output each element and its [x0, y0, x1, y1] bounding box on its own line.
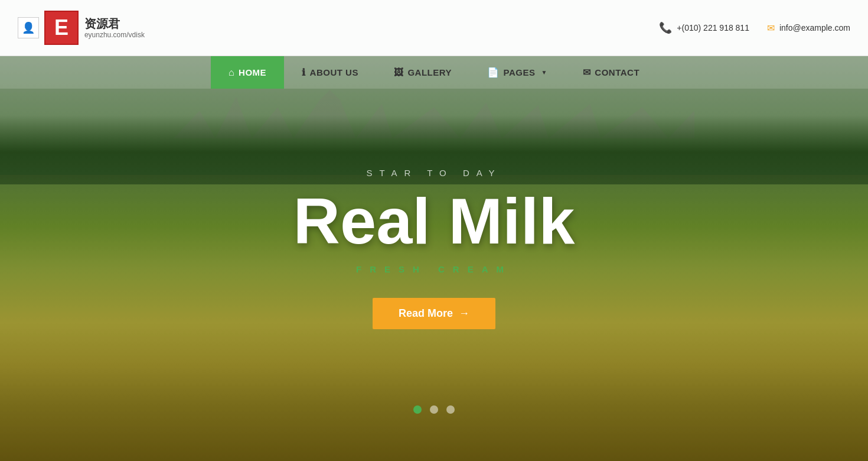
image-icon: 🖼	[394, 67, 404, 78]
nav-pages[interactable]: 📄 PAGES ▼	[469, 56, 565, 89]
hero-section: 👤 E 资源君 eyunzhu.com/vdisk 📞 +(010) 221 9…	[0, 0, 868, 461]
nav-contact-label: CONTACT	[595, 67, 639, 77]
logo-subtitle: eyunzhu.com/vdisk	[84, 31, 145, 39]
hero-star-today: STAR TO DAY	[366, 168, 501, 178]
carousel-dots	[413, 405, 455, 414]
user-icon: 👤	[22, 21, 35, 34]
email-address: info@example.com	[779, 23, 850, 33]
logo-title: 资源君	[84, 17, 145, 31]
phone-icon: 📞	[659, 21, 672, 34]
chevron-down-icon: ▼	[541, 69, 547, 76]
email-contact: ✉ info@example.com	[767, 22, 850, 34]
hero-fresh-cream: FRESH CREAM	[356, 264, 512, 274]
carousel-dot-2[interactable]	[430, 405, 438, 414]
info-icon: ℹ	[302, 67, 306, 78]
nav-about-label: ABOUT US	[310, 67, 358, 77]
nav-home-label: HOME	[239, 67, 266, 77]
home-icon: ⌂	[229, 67, 234, 78]
email-icon: ✉	[767, 22, 775, 34]
nav-contact[interactable]: ✉ CONTACT	[565, 56, 657, 89]
read-more-button[interactable]: Read More →	[373, 298, 495, 329]
navbar: ⌂ HOME ℹ ABOUT US 🖼 GALLERY 📄 PAGES ▼ ✉ …	[0, 56, 868, 89]
carousel-dot-1[interactable]	[413, 405, 422, 414]
arrow-icon: →	[459, 307, 469, 320]
nav-home[interactable]: ⌂ HOME	[211, 56, 284, 89]
nav-pages-label: PAGES	[504, 67, 536, 77]
carousel-dot-3[interactable]	[446, 405, 455, 414]
logo-box: E	[44, 11, 79, 45]
phone-number: +(010) 221 918 811	[677, 23, 749, 33]
read-more-label: Read More	[399, 307, 453, 320]
topbar: 👤 E 资源君 eyunzhu.com/vdisk 📞 +(010) 221 9…	[0, 0, 868, 56]
pages-icon: 📄	[487, 67, 500, 78]
phone-contact: 📞 +(010) 221 918 811	[659, 21, 749, 34]
nav-gallery[interactable]: 🖼 GALLERY	[376, 56, 469, 89]
user-icon-button[interactable]: 👤	[18, 17, 39, 38]
logo-area: 👤 E 资源君 eyunzhu.com/vdisk	[0, 11, 165, 45]
logo-text: 资源君 eyunzhu.com/vdisk	[84, 17, 145, 39]
nav-gallery-label: GALLERY	[407, 67, 452, 77]
hero-title: Real Milk	[293, 189, 575, 254]
envelope-icon: ✉	[583, 67, 591, 78]
nav-about[interactable]: ℹ ABOUT US	[284, 56, 376, 89]
contact-info: 📞 +(010) 221 918 811 ✉ info@example.com	[659, 21, 868, 34]
